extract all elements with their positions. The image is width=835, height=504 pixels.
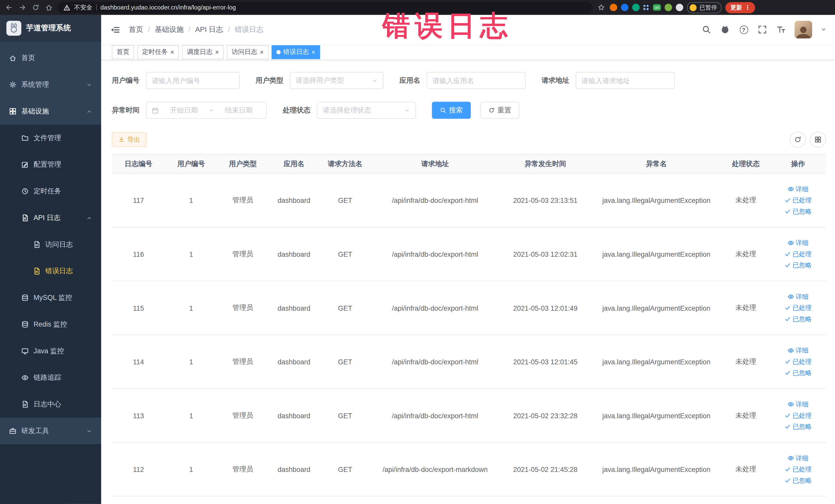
sidebar-item-infra[interactable]: 基础设施 (0, 98, 101, 125)
avatar-caret-icon[interactable] (821, 27, 827, 33)
close-icon[interactable]: × (170, 49, 174, 55)
sidebar-item-system[interactable]: 系统管理 (0, 72, 101, 98)
bookmark-star-icon[interactable] (596, 3, 606, 12)
breadcrumb-api-log[interactable]: API 日志 (195, 25, 223, 34)
sidebar-item-mysql-monitor[interactable]: MySQL 监控 (0, 284, 101, 311)
detail-link[interactable]: 详细 (788, 292, 808, 301)
extension-orange-icon[interactable] (610, 4, 617, 11)
cell-status: 未处理 (721, 249, 770, 259)
reset-button[interactable]: 重置 (480, 102, 519, 119)
extension-green-icon[interactable] (632, 4, 640, 11)
mark-processed-link[interactable]: 已处理 (785, 465, 812, 474)
fullscreen-icon[interactable] (757, 24, 767, 35)
mark-processed-link[interactable]: 已处理 (785, 303, 812, 313)
date-range-picker[interactable]: 开始日期 ~ 结束日期 (146, 102, 267, 119)
detail-link[interactable]: 详细 (788, 185, 808, 194)
process-status-select[interactable]: 请选择处理状态 (317, 102, 416, 119)
extension-blue-icon[interactable] (621, 4, 628, 11)
sidebar-label: 配置管理 (34, 160, 61, 169)
hamburger-icon[interactable] (109, 24, 120, 35)
close-icon[interactable]: × (215, 49, 219, 55)
font-size-icon[interactable] (776, 24, 786, 35)
sidebar-item-api-log[interactable]: API 日志 (0, 205, 101, 231)
back-icon[interactable] (4, 3, 14, 12)
sidebar-item-java-monitor[interactable]: Java 监控 (0, 338, 101, 364)
sidebar-item-file-manage[interactable]: 文件管理 (0, 124, 101, 151)
sidebar-item-config-manage[interactable]: 配置管理 (0, 151, 101, 178)
detail-link[interactable]: 详细 (788, 238, 808, 247)
request-url-input[interactable] (576, 72, 675, 89)
breadcrumb-infra[interactable]: 基础设施 (155, 25, 184, 34)
home-nav-icon[interactable] (44, 3, 54, 12)
search-button[interactable]: 搜索 (432, 102, 471, 119)
cell-log-id: 112 (112, 465, 165, 473)
extension-paw-icon[interactable] (676, 4, 684, 11)
action-label: 详细 (796, 454, 809, 463)
paused-chip[interactable]: 已暂停 (687, 2, 722, 13)
cell-time: 2021-05-02 21:45:28 (500, 465, 591, 473)
sidebar-item-trace[interactable]: 链路追踪 (0, 364, 101, 391)
detail-link[interactable]: 详细 (788, 346, 808, 355)
mark-ignored-link[interactable]: 已忽略 (785, 368, 812, 378)
security-label[interactable]: 不安全 (74, 3, 93, 11)
filter-app-name: 应用名 (400, 72, 526, 89)
sidebar-item-home[interactable]: 首页 (0, 45, 101, 72)
monitor-icon (21, 347, 29, 355)
breadcrumb-home[interactable]: 首页 (129, 25, 143, 34)
tab-home[interactable]: 首页 (112, 45, 134, 59)
refresh-button[interactable] (790, 132, 806, 147)
tab-error-log[interactable]: 错误日志× (271, 45, 320, 59)
mark-processed-link[interactable]: 已处理 (785, 411, 812, 420)
user-type-select[interactable]: 请选择用户类型 (290, 72, 384, 89)
close-icon[interactable]: × (312, 49, 315, 55)
extension-grid-icon[interactable] (643, 5, 649, 11)
sidebar-item-scheduled-job[interactable]: 定时任务 (0, 178, 101, 205)
button-label: 搜索 (449, 105, 463, 115)
kebab-menu-icon[interactable]: ⋮ (745, 4, 751, 11)
sidebar-item-devtools[interactable]: 研发工具 (0, 418, 101, 444)
sidebar-item-access-log[interactable]: 访问日志 (0, 231, 101, 258)
mark-ignored-link[interactable]: 已忽略 (785, 315, 812, 323)
divider (96, 4, 97, 11)
app-name-input[interactable] (427, 72, 526, 89)
eye-icon (788, 294, 794, 300)
sidebar-item-redis-monitor[interactable]: Redis 监控 (0, 311, 101, 338)
github-icon[interactable] (720, 24, 730, 35)
reload-icon[interactable] (31, 3, 40, 12)
help-icon[interactable]: ? (739, 24, 749, 35)
search-icon[interactable] (701, 24, 711, 35)
user-id-input[interactable] (146, 72, 240, 89)
cell-app-name: dashboard (268, 304, 320, 312)
sidebar-filler (0, 444, 101, 504)
forward-icon[interactable] (18, 3, 27, 12)
sidebar-label: 首页 (21, 53, 35, 63)
url-text[interactable]: dashboard.yudao.iocoder.cn/infra/log/api… (100, 4, 236, 11)
address-bar[interactable]: 不安全 dashboard.yudao.iocoder.cn/infra/log… (58, 2, 593, 13)
export-button[interactable]: 导出 (112, 132, 147, 147)
mark-ignored-link[interactable]: 已忽略 (785, 422, 812, 431)
mark-ignored-link[interactable]: 已忽略 (785, 476, 812, 485)
sidebar-item-error-log[interactable]: 错误日志 (0, 258, 101, 284)
avatar[interactable] (794, 21, 812, 38)
cell-exception: java.lang.IllegalArgumentException (591, 358, 721, 366)
extension-leaf-icon[interactable] (665, 4, 672, 11)
tab-scheduled-job[interactable]: 定时任务× (137, 45, 179, 59)
action-label: 已忽略 (792, 207, 812, 216)
column-toggle-button[interactable] (810, 132, 826, 147)
database-icon (21, 294, 29, 301)
tab-access-log[interactable]: 访问日志× (227, 45, 268, 59)
action-label: 已忽略 (792, 422, 812, 431)
cell-time: 2021-05-03 12:01:49 (500, 304, 591, 312)
mark-ignored-link[interactable]: 已忽略 (785, 207, 812, 216)
tab-dispatch-log[interactable]: 调度日志× (182, 45, 224, 59)
close-icon[interactable]: × (260, 49, 264, 55)
mark-processed-link[interactable]: 已处理 (785, 196, 812, 205)
extension-on-badge[interactable]: on (653, 4, 661, 11)
sidebar-item-log-center[interactable]: 日志中心 (0, 391, 101, 418)
mark-ignored-link[interactable]: 已忽略 (785, 261, 812, 270)
mark-processed-link[interactable]: 已处理 (785, 249, 812, 259)
update-button[interactable]: 更新 ⋮ (726, 2, 755, 13)
detail-link[interactable]: 详细 (788, 400, 808, 409)
mark-processed-link[interactable]: 已处理 (785, 357, 812, 366)
detail-link[interactable]: 详细 (788, 454, 808, 463)
